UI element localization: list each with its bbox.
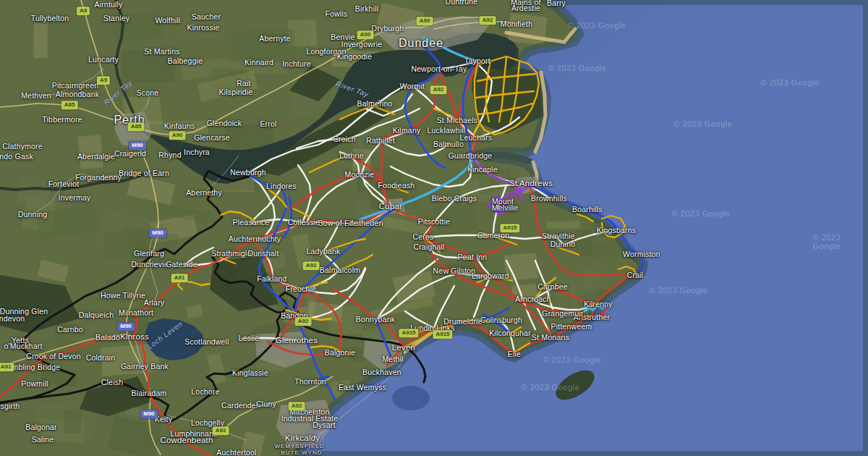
terrain-patch xyxy=(33,23,48,58)
terrain-patch xyxy=(122,51,174,83)
terrain-patch xyxy=(135,231,178,263)
terrain-patch xyxy=(421,106,450,143)
terrain-patch xyxy=(576,229,592,256)
terrain-patch xyxy=(64,409,81,434)
bay-shadow xyxy=(392,386,430,410)
map-layers xyxy=(0,0,868,456)
satellite-map[interactable]: PerthDundeeSt AndrewsKirkcaldyGlenrothes… xyxy=(0,0,868,456)
terrain-patch xyxy=(232,29,295,62)
terrain-patch xyxy=(547,221,580,229)
terrain-patch xyxy=(78,135,103,169)
terrain-patch xyxy=(507,13,547,46)
